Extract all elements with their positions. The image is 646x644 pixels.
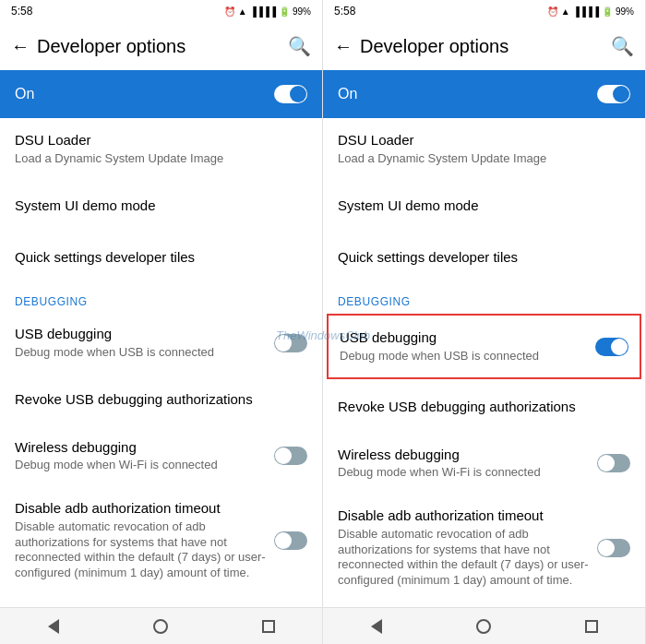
left-item-quick-settings[interactable]: Quick settings developer tiles — [0, 231, 322, 282]
right-home-nav-icon — [476, 619, 491, 634]
left-debugging-header: DEBUGGING — [0, 282, 322, 312]
left-top-bar: ← Developer options 🔍 — [0, 22, 322, 70]
right-item-dsu[interactable]: DSU Loader Load a Dynamic System Update … — [323, 118, 645, 179]
wifi-icon: ▲ — [238, 6, 247, 17]
container: 5:58 ⏰ ▲ ▐▐▐▐ 🔋 99% ← Developer options … — [0, 0, 646, 644]
right-back-button[interactable]: ← — [334, 36, 353, 57]
right-recents-nav[interactable] — [580, 615, 603, 638]
left-master-toggle[interactable] — [274, 85, 307, 103]
right-back-nav[interactable] — [365, 615, 388, 638]
left-item-wireless-debug[interactable]: Wireless debugging Debug mode when Wi-Fi… — [0, 425, 322, 486]
left-battery: 99% — [293, 6, 311, 17]
right-item-wireless-debug[interactable]: Wireless debugging Debug mode when Wi-Fi… — [323, 433, 645, 494]
left-toggle-label: On — [15, 86, 34, 102]
right-recents-nav-icon — [585, 620, 598, 633]
right-battery-icon: 🔋 — [602, 6, 613, 17]
left-wireless-debug-title: Wireless debugging — [15, 438, 267, 457]
right-quick-settings-title: Quick settings developer tiles — [338, 248, 630, 267]
left-status-icons: ⏰ ▲ ▐▐▐▐ 🔋 99% — [224, 6, 311, 17]
right-toggle-label: On — [338, 86, 357, 102]
left-item-revoke-usb[interactable]: Revoke USB debugging authorizations — [0, 374, 322, 425]
left-recents-nav-icon — [262, 620, 275, 633]
right-signal-icon: ▐▐▐▐ — [573, 6, 599, 17]
right-item-quick-settings[interactable]: Quick settings developer tiles — [323, 231, 645, 282]
left-status-bar: 5:58 ⏰ ▲ ▐▐▐▐ 🔋 99% — [0, 0, 322, 22]
right-usb-debug-toggle[interactable] — [595, 338, 628, 356]
left-back-button[interactable]: ← — [11, 36, 30, 57]
right-status-icons: ⏰ ▲ ▐▐▐▐ 🔋 99% — [547, 6, 634, 17]
right-item-system-ui[interactable]: System UI demo mode — [323, 179, 645, 231]
left-page-title: Developer options — [37, 36, 281, 57]
left-revoke-usb-title: Revoke USB debugging authorizations — [15, 390, 307, 409]
right-debugging-header: DEBUGGING — [323, 282, 645, 312]
left-panel: 5:58 ⏰ ▲ ▐▐▐▐ 🔋 99% ← Developer options … — [0, 0, 323, 644]
right-top-bar: ← Developer options 🔍 — [323, 22, 645, 70]
right-page-title: Developer options — [360, 36, 604, 57]
right-adb-timeout-desc: Disable automatic revocation of adb auth… — [338, 527, 590, 590]
left-back-nav[interactable] — [42, 615, 65, 638]
right-master-toggle[interactable] — [597, 85, 630, 103]
signal-icon: ▐▐▐▐ — [250, 6, 276, 17]
right-usb-debug-desc: Debug mode when USB is connected — [340, 349, 588, 364]
left-usb-debug-toggle[interactable] — [274, 334, 307, 352]
right-back-nav-icon — [371, 619, 382, 634]
left-usb-debug-desc: Debug mode when USB is connected — [15, 345, 267, 361]
right-revoke-usb-title: Revoke USB debugging authorizations — [338, 398, 630, 416]
right-battery: 99% — [616, 6, 634, 17]
right-alarm-icon: ⏰ — [547, 6, 558, 17]
left-adb-timeout-toggle[interactable] — [274, 531, 307, 550]
left-dsu-title: DSU Loader — [15, 131, 307, 149]
left-time: 5:58 — [11, 5, 32, 18]
right-adb-timeout-toggle[interactable] — [597, 539, 630, 557]
left-master-toggle-knob — [290, 86, 306, 102]
left-recents-nav[interactable] — [257, 615, 280, 638]
left-search-icon[interactable]: 🔍 — [288, 35, 311, 57]
right-system-ui-title: System UI demo mode — [338, 197, 630, 215]
left-content: DSU Loader Load a Dynamic System Update … — [0, 118, 322, 607]
right-home-nav[interactable] — [473, 615, 495, 638]
right-master-toggle-knob — [613, 86, 629, 102]
left-nav-bar — [0, 607, 322, 644]
left-item-bug-report[interactable]: Bug report shortcut Show a button in the… — [0, 594, 322, 607]
right-usb-debug-title: USB debugging — [340, 328, 588, 347]
right-wifi-icon: ▲ — [561, 6, 570, 17]
right-wireless-debug-title: Wireless debugging — [338, 446, 590, 464]
right-panel: 5:58 ⏰ ▲ ▐▐▐▐ 🔋 99% ← Developer options … — [323, 0, 646, 644]
left-item-adb-timeout[interactable]: Disable adb authorization timeout Disabl… — [0, 486, 322, 594]
right-dsu-desc: Load a Dynamic System Update Image — [338, 151, 630, 167]
right-wireless-debug-toggle[interactable] — [597, 454, 630, 472]
left-item-dsu[interactable]: DSU Loader Load a Dynamic System Update … — [0, 118, 322, 179]
alarm-icon: ⏰ — [224, 6, 235, 17]
battery-icon: 🔋 — [279, 6, 290, 17]
left-usb-debug-title: USB debugging — [15, 325, 267, 343]
left-adb-timeout-desc: Disable automatic revocation of adb auth… — [15, 519, 267, 582]
left-wireless-debug-desc: Debug mode when Wi-Fi is connected — [15, 458, 267, 473]
right-content: DSU Loader Load a Dynamic System Update … — [323, 118, 645, 607]
right-item-adb-timeout[interactable]: Disable adb authorization timeout Disabl… — [323, 494, 645, 602]
right-status-bar: 5:58 ⏰ ▲ ▐▐▐▐ 🔋 99% — [323, 0, 645, 22]
right-nav-bar — [323, 607, 645, 644]
left-quick-settings-title: Quick settings developer tiles — [15, 248, 307, 267]
left-system-ui-title: System UI demo mode — [15, 197, 307, 215]
right-item-usb-debug[interactable]: USB debugging Debug mode when USB is con… — [327, 314, 641, 378]
left-wireless-debug-toggle[interactable] — [274, 447, 307, 465]
right-item-revoke-usb[interactable]: Revoke USB debugging authorizations — [323, 381, 645, 433]
left-home-nav[interactable] — [150, 615, 172, 638]
left-adb-timeout-title: Disable adb authorization timeout — [15, 499, 267, 518]
left-item-usb-debug[interactable]: USB debugging Debug mode when USB is con… — [0, 312, 322, 373]
right-wireless-debug-desc: Debug mode when Wi-Fi is connected — [338, 465, 590, 481]
left-toggle-bar: On — [0, 70, 322, 118]
right-time: 5:58 — [334, 5, 355, 18]
right-toggle-bar: On — [323, 70, 645, 118]
left-item-system-ui[interactable]: System UI demo mode — [0, 179, 322, 231]
right-search-icon[interactable]: 🔍 — [611, 35, 634, 57]
left-back-nav-icon — [48, 619, 59, 634]
left-home-nav-icon — [153, 619, 168, 634]
right-dsu-title: DSU Loader — [338, 131, 630, 149]
right-adb-timeout-title: Disable adb authorization timeout — [338, 507, 590, 525]
left-dsu-desc: Load a Dynamic System Update Image — [15, 151, 307, 167]
